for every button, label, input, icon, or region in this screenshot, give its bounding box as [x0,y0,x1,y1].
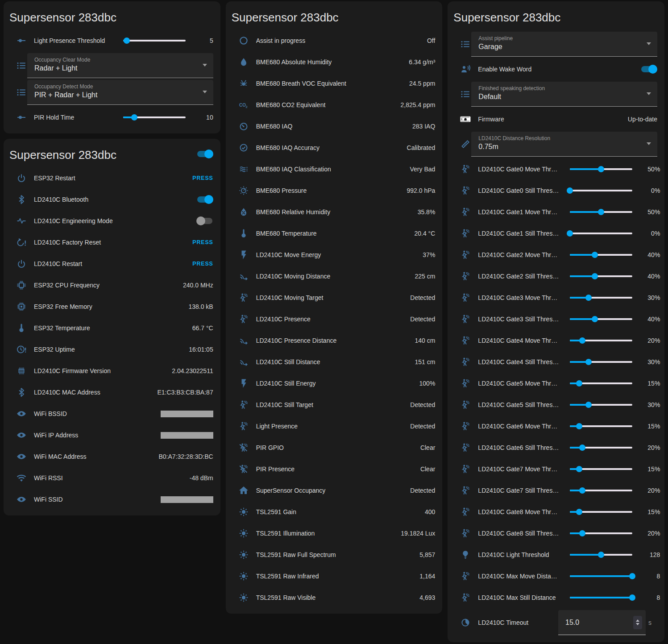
row-bme680-temperature[interactable]: BME680 Temperature20.4 °C [233,223,436,244]
row-wifi-bssid[interactable]: WiFi BSSID [11,403,213,424]
ld2410c-gate4-move-threshold-slider[interactable] [570,337,632,344]
row-wifi-ip-address[interactable]: WiFi IP Address [11,424,213,446]
row-ld2410c-gate4-still-threshold[interactable]: LD2410C Gate4 Still Threshold30% [455,351,657,373]
light-presence-threshold-slider[interactable] [123,37,186,44]
row-wifi-mac-address[interactable]: WiFi MAC AddressB0:A7:32:28:3D:BC [11,446,213,467]
row-ld2410c-gate5-still-threshold[interactable]: LD2410C Gate5 Still Threshold30% [455,394,657,415]
row-esp32-cpu-frequency[interactable]: ESP32 CPU Frequency240.0 MHz [11,274,213,296]
slider-knob[interactable] [592,316,598,322]
ld2410c-gate6-move-threshold-slider[interactable] [570,423,632,429]
slider-knob[interactable] [576,380,582,386]
row-ld2410c-presence[interactable]: LD2410C PresenceDetected [233,308,436,330]
row-ld2410c-max-move-distance[interactable]: LD2410C Max Move Distance8 [455,565,657,587]
ld2410c-bluetooth-toggle[interactable] [197,196,212,203]
row-ld2410c-timeout[interactable]: LD2410C Timeout15.0s [455,610,657,635]
ld2410c-gate2-move-threshold-slider[interactable] [570,252,632,258]
slider-knob[interactable] [629,594,635,601]
slider-knob[interactable] [576,466,582,472]
card-diagnostic-toggle[interactable] [197,151,212,157]
row-ld2410c-gate6-move-threshold[interactable]: LD2410C Gate6 Move Threshold15% [455,415,657,437]
slider-knob[interactable] [124,37,130,44]
ld2410c-distance-resolution-select[interactable]: LD2410C Distance Resolution0.75m [471,132,657,157]
row-ld2410c-gate1-move-threshold[interactable]: LD2410C Gate1 Move Threshold50% [455,201,657,223]
ld2410c-gate6-still-threshold-slider[interactable] [570,445,632,451]
row-firmware[interactable]: FirmwareUp-to-date [455,108,657,130]
row-finished-speaking-detection[interactable]: Finished speaking detectionDefault [455,82,657,107]
ld2410c-light-threshold-slider[interactable] [570,552,632,558]
occupancy-detect-mode-select[interactable]: Occupancy Detect ModePIR + Radar + Light [27,80,213,105]
row-ld2410c-gate2-still-threshold[interactable]: LD2410C Gate2 Still Threshold40% [455,266,657,287]
row-ld2410c-move-energy[interactable]: LD2410C Move Energy37% [233,244,436,266]
row-ld2410c-gate3-move-threshold[interactable]: LD2410C Gate3 Move Threshold30% [455,287,657,308]
row-wifi-ssid[interactable]: WiFi SSID [11,489,213,510]
row-bme680-iaq[interactable]: BME680 IAQ283 IAQ [233,116,436,137]
slider-knob[interactable] [579,530,585,536]
ld2410c-gate3-move-threshold-slider[interactable] [570,295,632,301]
row-esp32-free-memory[interactable]: ESP32 Free Memory138.0 kB [11,296,213,317]
row-ld2410c-still-target[interactable]: LD2410C Still TargetDetected [233,394,436,415]
ld2410c-gate1-move-threshold-slider[interactable] [570,209,632,215]
slider-knob[interactable] [592,252,598,258]
row-ld2410c-firmware-version[interactable]: LD2410C Firmware Version2.04.23022511 [11,360,213,382]
row-esp32-uptime[interactable]: ESP32 Uptime16:01:05 [11,339,213,360]
row-ld2410c-restart[interactable]: LD2410C RestartPRESS [11,253,213,274]
slider-knob[interactable] [598,552,604,558]
row-ld2410c-bluetooth[interactable]: LD2410C Bluetooth [11,189,213,210]
row-ld2410c-gate0-still-threshold[interactable]: LD2410C Gate0 Still Threshold0% [455,180,657,201]
esp32-restart-button[interactable]: PRESS [192,175,213,181]
switch-knob[interactable] [196,216,205,225]
row-bme680-relative-humidity[interactable]: BME680 Relative Humidity35.8% [233,201,436,223]
row-ld2410c-gate1-still-threshold[interactable]: LD2410C Gate1 Still Threshold0% [455,223,657,244]
row-supersensor-occupancy[interactable]: SuperSensor OccupancyDetected [233,480,436,501]
ld2410c-gate7-still-threshold-slider[interactable] [570,487,632,494]
row-bme680-pressure[interactable]: BME680 Pressure992.0 hPa [233,180,436,201]
slider-knob[interactable] [576,509,582,515]
ld2410c-restart-button[interactable]: PRESS [192,261,213,267]
row-occupancy-clear-mode[interactable]: Occupancy Clear ModeRadar + Light [11,53,213,78]
row-ld2410c-gate8-still-threshold[interactable]: LD2410C Gate8 Still Threshold20% [455,523,657,544]
ld2410c-gate2-still-threshold-slider[interactable] [570,273,632,279]
ld2410c-max-move-distance-slider[interactable] [570,573,632,579]
slider-knob[interactable] [629,573,635,579]
stepper[interactable] [633,616,642,629]
slider-knob[interactable] [576,423,582,429]
ld2410c-engineering-mode-toggle[interactable] [197,218,212,224]
row-pir-hold-time[interactable]: PIR Hold Time10 [11,107,213,128]
slider-knob[interactable] [579,487,585,494]
row-tsl2591-raw-infrared[interactable]: TSL2591 Raw Infrared1,164 [233,565,436,587]
slider-knob[interactable] [598,209,604,215]
row-assist-in-progress[interactable]: Assist in progressOff [233,30,436,51]
ld2410c-gate8-still-threshold-slider[interactable] [570,530,632,536]
row-ld2410c-distance-resolution[interactable]: LD2410C Distance Resolution0.75m [455,132,657,157]
row-ld2410c-gate4-move-threshold[interactable]: LD2410C Gate4 Move Threshold20% [455,330,657,351]
assist-pipeline-select[interactable]: Assist pipelineGarage [471,32,657,57]
row-light-presence[interactable]: Light PresenceDetected [233,415,436,437]
slider-knob[interactable] [579,337,585,344]
slider-knob[interactable] [598,166,604,172]
row-tsl2591-raw-full-spectrum[interactable]: TSL2591 Raw Full Spectrum5,857 [233,544,436,565]
row-ld2410c-moving-target[interactable]: LD2410C Moving TargetDetected [233,287,436,308]
ld2410c-factory-reset-button[interactable]: PRESS [192,239,213,245]
row-ld2410c-light-threshold[interactable]: LD2410C Light Threshold128 [455,544,657,565]
slider-knob[interactable] [585,359,592,365]
occupancy-clear-mode-select[interactable]: Occupancy Clear ModeRadar + Light [27,53,213,78]
ld2410c-gate4-still-threshold-slider[interactable] [570,359,632,365]
row-ld2410c-gate7-still-threshold[interactable]: LD2410C Gate7 Still Threshold20% [455,480,657,501]
row-occupancy-detect-mode[interactable]: Occupancy Detect ModePIR + Radar + Light [11,80,213,105]
slider-knob[interactable] [585,295,592,301]
row-bme680-absolute-humidity[interactable]: BME680 Absolute Humidity6.34 g/m³ [233,51,436,73]
row-ld2410c-moving-distance[interactable]: LD2410C Moving Distance225 cm [233,266,436,287]
row-wifi-rssi[interactable]: WiFi RSSI-48 dBm [11,467,213,489]
ld2410c-gate0-still-threshold-slider[interactable] [570,187,632,194]
ld2410c-gate7-move-threshold-slider[interactable] [570,466,632,472]
row-ld2410c-gate3-still-threshold[interactable]: LD2410C Gate3 Still Threshold40% [455,308,657,330]
row-ld2410c-gate8-move-threshold[interactable]: LD2410C Gate8 Move Threshold15% [455,501,657,523]
row-bme680-co2-equivalent[interactable]: CO2BME680 CO2 Equivalent2,825.4 ppm [233,94,436,116]
row-ld2410c-gate0-move-threshold[interactable]: LD2410C Gate0 Move Threshold50% [455,158,657,180]
row-pir-gpio[interactable]: PIR GPIOClear [233,437,436,458]
row-enable-wake-word[interactable]: Enable Wake Word [455,58,657,80]
slider-knob[interactable] [131,114,137,120]
row-light-presence-threshold[interactable]: Light Presence Threshold5 [11,30,213,51]
row-ld2410c-engineering-mode[interactable]: LD2410C Engineering Mode [11,210,213,232]
switch-knob[interactable] [648,65,657,74]
